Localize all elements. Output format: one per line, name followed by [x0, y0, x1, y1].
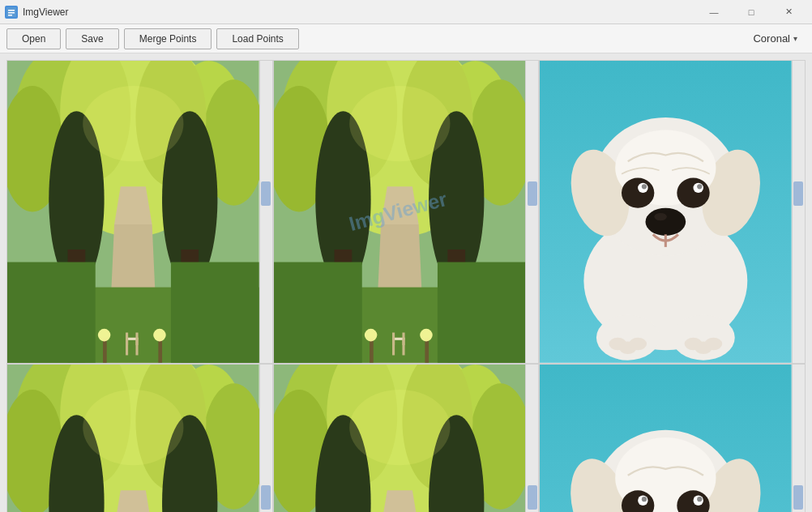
save-button[interactable]: Save: [66, 28, 118, 49]
svg-rect-56: [402, 333, 404, 346]
merge-points-button[interactable]: Merge Points: [124, 28, 212, 49]
scrollbar-thumb-r1c2[interactable]: [793, 485, 803, 510]
image-panel-r1c0[interactable]: [7, 365, 259, 512]
image-panel-r1c2[interactable]: [540, 365, 792, 512]
svg-point-65: [622, 177, 654, 207]
svg-point-22: [98, 329, 111, 342]
title-left: ImgViewer: [5, 6, 68, 19]
panel-wrapper-r0c1: ImgViewer: [274, 61, 539, 363]
close-button[interactable]: ✕: [770, 0, 807, 24]
svg-rect-46: [274, 262, 362, 363]
svg-rect-21: [103, 338, 107, 363]
scrollbar-thumb-r0c2[interactable]: [793, 181, 803, 206]
svg-point-81: [705, 338, 723, 351]
svg-point-30: [83, 86, 183, 161]
scrollbar-thumb-r1c0[interactable]: [261, 485, 271, 510]
svg-point-78: [630, 338, 647, 351]
image-cell-r0c0: [6, 60, 273, 364]
svg-point-71: [646, 208, 686, 236]
scrollbar-r1c1[interactable]: [525, 365, 538, 512]
panel-wrapper-r1c1: [274, 365, 539, 512]
scrollbar-thumb-r0c0[interactable]: [261, 181, 271, 206]
view-mode-dropdown[interactable]: Coronal ▾: [753, 32, 797, 45]
image-panel-r0c1[interactable]: ImgViewer: [274, 61, 526, 363]
svg-point-135: [349, 390, 450, 465]
svg-point-72: [655, 213, 668, 220]
svg-point-66: [677, 177, 710, 207]
panel-wrapper-r0c0: [7, 61, 272, 363]
scrollbar-r1c0[interactable]: [259, 365, 272, 512]
window-controls: — □ ✕: [695, 0, 807, 24]
panel-wrapper-r0c2: [540, 61, 805, 363]
image-cell-r0c1: ImgViewer: [273, 60, 540, 364]
svg-rect-23: [158, 338, 162, 363]
maximize-button[interactable]: □: [733, 0, 770, 24]
minimize-button[interactable]: —: [695, 0, 733, 24]
image-cell-r1c0: [6, 364, 273, 512]
image-panel-r1c1[interactable]: [274, 365, 526, 512]
svg-point-147: [697, 497, 702, 501]
svg-point-24: [153, 329, 166, 342]
open-button[interactable]: Open: [6, 28, 61, 49]
scrollbar-thumb-r1c1[interactable]: [528, 485, 537, 510]
title-bar: ImgViewer — □ ✕: [0, 0, 812, 24]
scrollbar-thumb-r0c1[interactable]: [528, 181, 537, 206]
main-content: ImgViewer: [0, 53, 812, 512]
view-mode-label: Coronal: [753, 32, 790, 45]
app-icon: [5, 6, 18, 19]
scrollbar-r0c0[interactable]: [259, 61, 272, 363]
image-panel-r0c0[interactable]: [7, 61, 259, 363]
toolbar: Open Save Merge Points Load Points Coron…: [0, 24, 812, 53]
svg-rect-48: [370, 338, 374, 363]
svg-point-69: [642, 184, 647, 189]
app-title: ImgViewer: [23, 6, 68, 18]
svg-rect-20: [171, 262, 259, 363]
dropdown-arrow-icon: ▾: [793, 34, 797, 43]
image-cell-r1c1: [273, 364, 540, 512]
svg-rect-50: [425, 338, 429, 363]
svg-rect-55: [392, 333, 395, 346]
panel-wrapper-r1c0: [7, 365, 272, 512]
svg-rect-29: [135, 333, 138, 346]
svg-rect-19: [7, 262, 96, 363]
svg-rect-28: [126, 333, 128, 346]
svg-marker-17: [114, 186, 152, 224]
scrollbar-r0c1[interactable]: [525, 61, 538, 363]
scrollbar-r0c2[interactable]: [792, 61, 805, 363]
svg-point-70: [697, 184, 702, 189]
image-cell-r1c2: [539, 364, 806, 512]
svg-point-108: [83, 390, 183, 465]
svg-rect-1: [8, 10, 15, 11]
svg-rect-2: [8, 12, 15, 14]
image-cell-r0c2: [539, 60, 806, 364]
svg-point-51: [420, 329, 433, 342]
svg-point-57: [349, 86, 450, 161]
image-grid: ImgViewer: [0, 53, 812, 512]
svg-point-146: [642, 497, 647, 501]
svg-rect-47: [438, 262, 526, 363]
image-panel-r0c2[interactable]: [540, 61, 792, 363]
svg-rect-3: [8, 15, 12, 16]
load-points-button[interactable]: Load Points: [216, 28, 298, 49]
panel-wrapper-r1c2: [540, 365, 805, 512]
scrollbar-r1c2[interactable]: [792, 365, 805, 512]
svg-point-49: [364, 329, 377, 342]
